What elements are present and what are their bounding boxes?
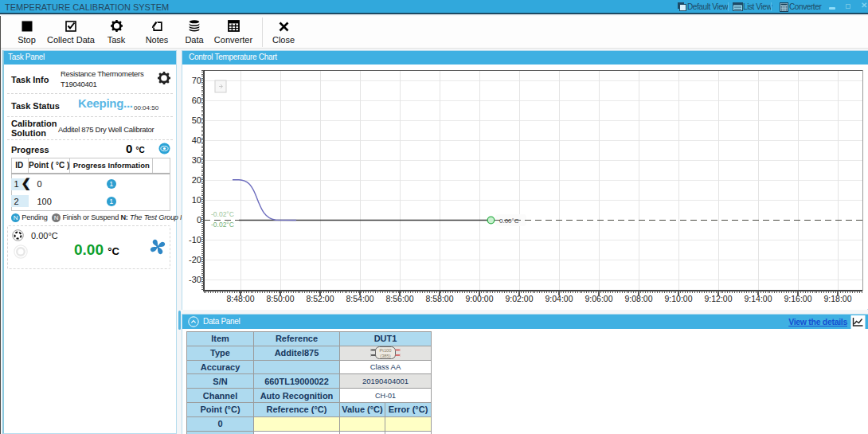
svg-text:9:10:00: 9:10:00 bbox=[664, 294, 692, 303]
svg-text:9:04:00: 9:04:00 bbox=[545, 294, 573, 303]
svg-text:-10: -10 bbox=[189, 235, 201, 244]
svg-text:9:16:00: 9:16:00 bbox=[784, 294, 811, 303]
svg-text:Pt100: Pt100 bbox=[379, 348, 391, 353]
svg-text:-0.02°C: -0.02°C bbox=[211, 210, 234, 218]
svg-text:9:14:00: 9:14:00 bbox=[744, 294, 772, 303]
svg-text:8:48:00: 8:48:00 bbox=[226, 294, 254, 303]
svg-text:50: 50 bbox=[192, 115, 201, 125]
svg-text:30: 30 bbox=[192, 155, 201, 165]
svg-text:8:52:00: 8:52:00 bbox=[306, 294, 334, 303]
svg-text:8:56:00: 8:56:00 bbox=[385, 294, 413, 303]
svg-text:70: 70 bbox=[192, 76, 201, 85]
svg-text:10: 10 bbox=[192, 195, 201, 205]
svg-text:9:12:00: 9:12:00 bbox=[704, 294, 732, 303]
svg-text:9:00:00: 9:00:00 bbox=[465, 294, 493, 303]
svg-text:8:54:00: 8:54:00 bbox=[346, 294, 373, 303]
svg-text:9:02:00: 9:02:00 bbox=[505, 294, 533, 303]
svg-text:9:18:00: 9:18:00 bbox=[823, 294, 851, 303]
svg-text:9:08:00: 9:08:00 bbox=[624, 294, 652, 303]
svg-text:60: 60 bbox=[192, 96, 201, 105]
svg-text:-30: -30 bbox=[189, 275, 201, 284]
svg-text:(385): (385) bbox=[380, 354, 391, 358]
svg-text:-20: -20 bbox=[189, 255, 201, 264]
svg-text:0: 0 bbox=[197, 215, 201, 225]
svg-text:8:58:00: 8:58:00 bbox=[425, 294, 453, 303]
svg-text:-0.02°C: -0.02°C bbox=[211, 221, 234, 229]
svg-text:0.00°C: 0.00°C bbox=[499, 217, 519, 225]
svg-text:40: 40 bbox=[192, 135, 201, 145]
svg-text:20: 20 bbox=[192, 175, 201, 185]
svg-text:9:06:00: 9:06:00 bbox=[585, 294, 612, 303]
svg-text:8:50:00: 8:50:00 bbox=[266, 294, 294, 303]
